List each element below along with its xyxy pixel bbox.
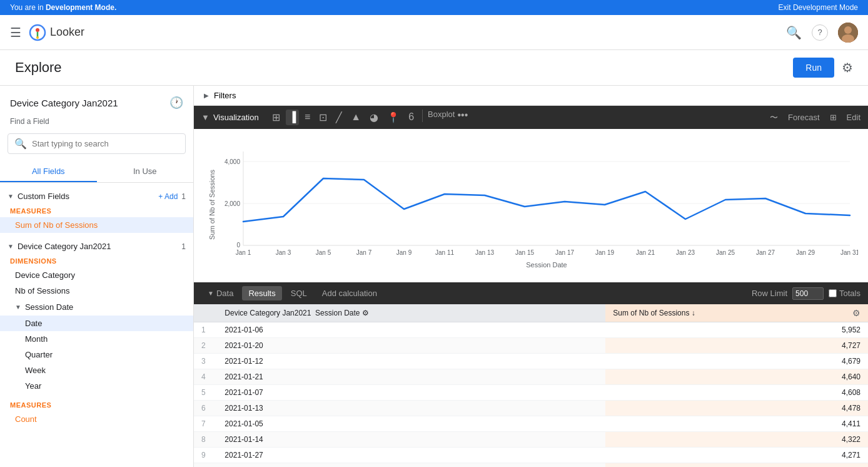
totals-checkbox[interactable] — [829, 289, 837, 297]
table-row: 10 2021-01-08 4,219 — [194, 463, 868, 468]
date-cell: 2021-01-20 — [217, 338, 605, 354]
data-toolbar-right: Row Limit Totals — [752, 287, 860, 300]
header-actions: Run ⚙ — [793, 58, 853, 78]
avatar[interactable] — [838, 23, 858, 43]
filters-bar[interactable]: ▶ Filters — [194, 86, 868, 106]
sum-of-nb-sessions-field[interactable]: Sum of Nb of Sessions — [0, 217, 193, 233]
sessions-col-header[interactable]: Sum of Nb of Sessions ↓ ⚙ — [605, 304, 868, 322]
settings-icon[interactable]: ⚙ — [842, 60, 853, 75]
session-date-section-header[interactable]: ▼ Session Date — [0, 299, 193, 316]
svg-text:Jan 17: Jan 17 — [555, 249, 574, 256]
svg-text:Jan 7: Jan 7 — [356, 249, 372, 256]
table-icon[interactable]: ⊞ — [269, 110, 283, 125]
search-icon: 🔍 — [14, 138, 27, 150]
session-date-col-menu-icon[interactable]: ⚙ — [362, 309, 369, 317]
month-field[interactable]: Month — [0, 331, 193, 347]
area-icon[interactable]: ▲ — [348, 110, 364, 125]
nb-of-sessions-field[interactable]: Nb of Sessions — [0, 283, 193, 299]
session-date-arrow: ▼ — [15, 304, 21, 310]
viz-arrow-icon: ▼ — [201, 113, 209, 122]
row-num-col-header — [194, 304, 217, 322]
data-table-container: Device Category Jan2021 Session Date ⚙ S… — [194, 304, 868, 467]
x-axis-label: Session Date — [526, 261, 567, 269]
row-limit-label: Row Limit — [752, 289, 787, 298]
boxplot-label[interactable]: Boxplot — [428, 110, 455, 125]
date-cell: 2021-01-05 — [217, 416, 605, 432]
custom-fields-section-header[interactable]: ▼ Custom Fields + Add 1 — [0, 188, 193, 205]
bar-icon[interactable]: ▐ — [286, 110, 299, 125]
viz-right-actions: 〜 Forecast ⊞ Edit — [770, 112, 860, 123]
svg-text:4,000: 4,000 — [225, 158, 240, 165]
map-icon[interactable]: 📍 — [384, 110, 403, 125]
tab-in-use[interactable]: In Use — [97, 162, 194, 182]
exit-dev-mode-link[interactable]: Exit Development Mode — [779, 3, 858, 12]
date-cell: 2021-01-12 — [217, 354, 605, 369]
svg-text:2,000: 2,000 — [225, 200, 240, 207]
tab-all-fields[interactable]: All Fields — [0, 162, 97, 182]
session-date-col-header[interactable]: Device Category Jan2021 Session Date ⚙ — [217, 304, 605, 322]
logo[interactable]: Looker — [29, 24, 84, 41]
measures-sublabel-device: MEASURES — [0, 399, 193, 411]
row-limit-input[interactable] — [792, 287, 824, 300]
row-number: 6 — [194, 401, 217, 416]
column-icon[interactable]: ≡ — [301, 110, 313, 125]
svg-text:Jan 25: Jan 25 — [716, 249, 735, 256]
row-number: 7 — [194, 416, 217, 432]
quarter-field[interactable]: Quarter — [0, 347, 193, 362]
sessions-col-gear-icon[interactable]: ⚙ — [852, 308, 860, 318]
totals-checkbox-label[interactable]: Totals — [829, 289, 860, 298]
edit-label[interactable]: Edit — [847, 113, 860, 122]
table-row: 1 2021-01-06 5,952 — [194, 322, 868, 338]
hamburger-menu[interactable]: ☰ — [10, 25, 21, 40]
help-icon[interactable]: ? — [812, 24, 828, 41]
more-options-icon[interactable]: ••• — [457, 110, 468, 125]
device-category-field[interactable]: Device Category — [0, 267, 193, 283]
sidebar-header: Device Category Jan2021 🕐 — [0, 86, 193, 115]
svg-text:Jan 23: Jan 23 — [676, 249, 695, 256]
year-field[interactable]: Year — [0, 378, 193, 394]
date-cell: 2021-01-14 — [217, 432, 605, 448]
sessions-cell: 4,411 — [605, 416, 868, 432]
logo-text: Looker — [50, 26, 84, 39]
sidebar-title: Device Category Jan2021 — [10, 98, 118, 108]
sessions-cell: 4,608 — [605, 385, 868, 401]
week-field[interactable]: Week — [0, 362, 193, 378]
search-input[interactable] — [32, 139, 179, 148]
row-number: 4 — [194, 369, 217, 385]
search-box[interactable]: 🔍 — [8, 133, 186, 154]
custom-fields-count: 1 — [181, 192, 186, 201]
number-icon[interactable]: 6 — [405, 110, 417, 125]
clock-icon[interactable]: 🕐 — [169, 96, 183, 110]
table-row: 2 2021-01-20 4,727 — [194, 338, 868, 354]
add-field-button[interactable]: + Add — [158, 192, 178, 201]
date-field[interactable]: Date — [0, 316, 193, 331]
row-number: 8 — [194, 432, 217, 448]
svg-text:Jan 15: Jan 15 — [515, 249, 534, 256]
search-nav-icon[interactable]: 🔍 — [786, 25, 802, 40]
table-row: 5 2021-01-07 4,608 — [194, 385, 868, 401]
run-button[interactable]: Run — [793, 58, 834, 78]
table-row: 3 2021-01-12 4,679 — [194, 354, 868, 369]
data-table: Device Category Jan2021 Session Date ⚙ S… — [194, 304, 868, 467]
row-number: 5 — [194, 385, 217, 401]
filters-label: Filters — [214, 91, 236, 100]
date-cell: 2021-01-06 — [217, 322, 605, 338]
data-tab-results[interactable]: Results — [242, 286, 281, 300]
count-field[interactable]: Count — [0, 411, 193, 427]
svg-text:Jan 11: Jan 11 — [435, 249, 454, 256]
filters-arrow-icon: ▶ — [204, 92, 209, 99]
svg-text:Jan 21: Jan 21 — [636, 249, 655, 256]
forecast-label[interactable]: Forecast — [788, 113, 820, 122]
data-tab-sql[interactable]: SQL — [285, 286, 313, 300]
data-tab-data[interactable]: ▼ Data — [201, 286, 240, 300]
page-header: Explore Run ⚙ — [0, 50, 868, 86]
data-tab-add-calculation[interactable]: Add calculation — [316, 286, 383, 300]
device-category-section-header[interactable]: ▼ Device Category Jan2021 1 — [0, 238, 193, 255]
scatter-icon[interactable]: ⊡ — [316, 110, 330, 125]
custom-fields-arrow: ▼ — [8, 193, 14, 200]
line-icon[interactable]: ╱ — [333, 110, 345, 125]
row-number: 1 — [194, 322, 217, 338]
data-toolbar: ▼ Data Results SQL Add calculation Row L… — [194, 282, 868, 304]
pie-icon[interactable]: ◕ — [366, 110, 381, 125]
table-row: 4 2021-01-21 4,640 — [194, 369, 868, 385]
